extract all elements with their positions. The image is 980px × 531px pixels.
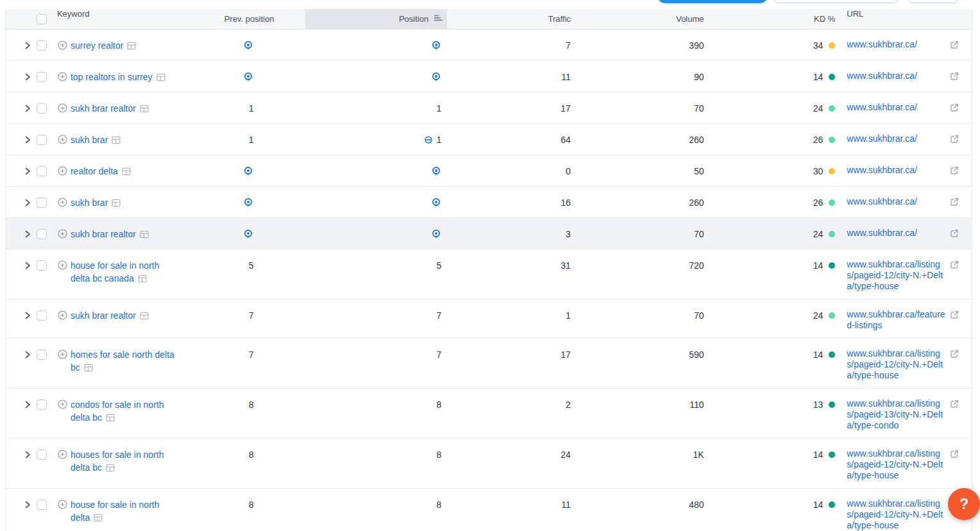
add-keyword-icon[interactable] [58,198,67,210]
external-link-icon[interactable] [950,135,959,146]
expand-chevron-icon[interactable] [24,450,31,462]
row-checkbox[interactable] [37,260,47,271]
url-link[interactable]: www.sukhbrar.ca/ [847,228,947,239]
row-checkbox[interactable] [37,229,47,239]
add-keyword-icon[interactable] [58,310,67,323]
add-keyword-icon[interactable] [58,350,67,362]
url-link[interactable]: www.sukhbrar.ca/listings/pageid-13/city-… [847,398,947,431]
add-keyword-icon[interactable] [58,40,67,53]
url-link[interactable]: www.sukhbrar.ca/featured-listings [847,309,947,331]
position-value: 1 [436,133,441,148]
position-pin-icon [243,72,253,85]
external-link-icon[interactable] [950,229,959,240]
external-link-icon[interactable] [950,72,959,83]
position-pin-icon [243,198,253,210]
row-checkbox[interactable] [37,135,47,145]
external-link-icon[interactable] [950,310,959,322]
table-row: condos for sale in north delta bc 8 [6,389,972,439]
expand-chevron-icon[interactable] [24,167,31,178]
url-link[interactable]: www.sukhbrar.ca/ [847,39,947,50]
expand-chevron-icon[interactable] [24,198,31,210]
expand-chevron-icon[interactable] [24,261,31,273]
column-header-position[interactable]: Position [305,9,447,30]
expand-chevron-icon[interactable] [24,41,31,53]
row-checkbox[interactable] [37,166,47,176]
expand-chevron-icon[interactable] [24,400,31,412]
table-row: homes for sale north delta bc 7 [6,339,972,389]
keyword-link[interactable]: sukh brar [71,198,108,208]
url-link[interactable]: www.sukhbrar.ca/ [847,133,947,144]
external-link-icon[interactable] [950,260,959,272]
url-link[interactable]: www.sukhbrar.ca/listings/pageid-12/city-… [847,348,947,381]
url-link[interactable]: www.sukhbrar.ca/ [847,196,947,207]
keyword-link[interactable]: surrey realtor [71,40,123,51]
select-all-checkbox[interactable] [37,14,47,24]
external-link-icon[interactable] [950,450,959,461]
expand-chevron-icon[interactable] [24,72,31,84]
serp-features-icon [156,72,165,85]
keyword-link[interactable]: sukh brar realtor [71,229,136,239]
expand-chevron-icon[interactable] [24,230,31,241]
add-keyword-icon[interactable] [58,135,67,147]
keyword-link[interactable]: realtor delta [71,166,118,176]
outline-button-partial-2[interactable] [908,0,959,3]
kd-value: 24 [813,309,824,331]
row-checkbox[interactable] [37,500,47,510]
row-checkbox[interactable] [37,450,47,460]
expand-chevron-icon[interactable] [24,104,31,115]
keyword-link[interactable]: sukh brar [71,135,108,145]
external-link-icon[interactable] [950,103,959,115]
row-checkbox[interactable] [37,198,47,208]
url-link[interactable]: www.sukhbrar.ca/listings/pageid-12/city-… [847,448,947,481]
keyword-link[interactable]: top realtors in surrey [71,72,153,82]
add-keyword-icon[interactable] [58,450,67,462]
row-checkbox[interactable] [37,350,47,360]
add-keyword-icon[interactable] [58,260,67,273]
external-link-icon[interactable] [950,40,959,52]
row-checkbox[interactable] [37,72,47,82]
add-keyword-icon[interactable] [58,103,67,115]
expand-chevron-icon[interactable] [24,311,31,323]
table-row: house for sale in north delta bc canada … [6,249,972,299]
column-header-keyword[interactable]: Keyword [52,9,193,30]
add-keyword-icon[interactable] [58,72,67,84]
table-body: surrey realtor [6,30,972,531]
url-link[interactable]: www.sukhbrar.ca/ [847,71,947,81]
external-link-icon[interactable] [950,400,959,411]
url-link[interactable]: www.sukhbrar.ca/listings/pageid-12/city-… [847,259,947,292]
row-checkbox[interactable] [37,103,47,114]
external-link-icon[interactable] [950,166,959,178]
url-link[interactable]: www.sukhbrar.ca/ [847,165,947,176]
keyword-link[interactable]: sukh brar realtor [71,310,136,321]
primary-button-partial[interactable] [658,0,767,3]
external-link-icon[interactable] [950,350,959,361]
add-keyword-icon[interactable] [58,229,67,241]
row-checkbox[interactable] [37,400,47,410]
column-header-prev-position[interactable]: Prev. position [193,9,306,30]
column-header-kd[interactable]: KD % [709,9,840,30]
row-checkbox[interactable] [37,310,47,321]
position-value: 1 [436,102,441,116]
keyword-link[interactable]: condos for sale in north delta bc [71,400,164,423]
expand-chevron-icon[interactable] [24,500,31,512]
keyword-link[interactable]: sukh brar realtor [71,103,136,114]
serp-features-icon [127,40,136,53]
expand-chevron-icon[interactable] [24,350,31,362]
add-keyword-icon[interactable] [58,166,67,178]
column-header-traffic[interactable]: Traffic [447,9,575,30]
help-button[interactable]: ? [948,488,980,520]
keyword-link[interactable]: house for sale in north delta [71,500,160,523]
url-link[interactable]: www.sukhbrar.ca/listings/pageid-12/city-… [847,498,947,531]
column-header-url[interactable]: URL [840,9,972,30]
add-keyword-icon[interactable] [58,500,67,512]
volume-value: 70 [694,228,704,242]
keyword-link[interactable]: houses for sale in north delta bc [71,450,164,473]
expand-chevron-icon[interactable] [24,135,31,147]
external-link-icon[interactable] [950,198,959,209]
add-keyword-icon[interactable] [58,400,67,412]
row-checkbox[interactable] [37,40,47,51]
volume-value: 110 [689,398,704,431]
column-header-volume[interactable]: Volume [575,9,709,30]
outline-button-partial[interactable] [773,0,899,3]
url-link[interactable]: www.sukhbrar.ca/ [847,102,947,113]
